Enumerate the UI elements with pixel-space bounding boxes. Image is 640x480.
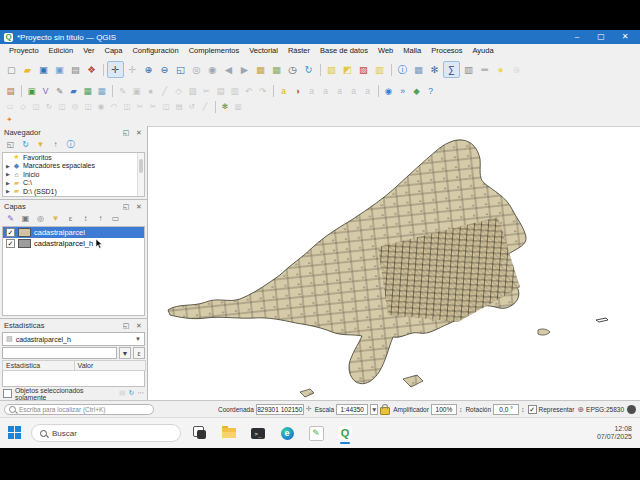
browser-filter-icon[interactable]: ▼ — [35, 140, 46, 151]
statistics-float-icon[interactable]: ◱ — [122, 321, 130, 329]
filter-by-expression-icon[interactable]: ε — [65, 214, 76, 225]
pan-to-selection-icon[interactable]: ✛ — [125, 62, 140, 77]
browser-scrollbar[interactable] — [137, 153, 144, 196]
layers-float-icon[interactable]: ◱ — [122, 202, 130, 210]
expand-all-icon[interactable]: ↕ — [80, 214, 91, 225]
save-project-as-icon[interactable]: ▣ — [52, 62, 67, 77]
taskbar-clock[interactable]: 12:08 07/07/2025 — [597, 425, 632, 441]
add-group-icon[interactable]: ▣ — [20, 214, 31, 225]
menu-malla[interactable]: Malla — [398, 46, 426, 55]
deselect-features-icon[interactable]: ▨ — [356, 62, 371, 77]
new-shapefile-layer-icon[interactable]: V — [39, 85, 52, 98]
menu-vectorial[interactable]: Vectorial — [244, 46, 283, 55]
new-project-icon[interactable]: ▢ — [4, 62, 19, 77]
field-dropdown-button[interactable]: ▼ — [119, 347, 131, 359]
menu-capa[interactable]: Capa — [99, 46, 127, 55]
selected-only-checkbox[interactable] — [3, 389, 12, 398]
browser-item-e-drive[interactable]: ▶ ▰ E:\ (SSD2) — [3, 196, 144, 198]
menu-procesos[interactable]: Procesos — [426, 46, 467, 55]
close-icon[interactable]: ✕ — [620, 32, 630, 42]
browser-item-favoritos[interactable]: ★ Favoritos — [3, 153, 144, 162]
expression-builder-button[interactable]: ε — [133, 347, 145, 359]
zoom-in-icon[interactable]: ⊕ — [141, 62, 156, 77]
map-canvas[interactable] — [148, 126, 640, 400]
browser-properties-icon[interactable]: ⓘ — [65, 140, 76, 151]
spinner-icon[interactable]: ↕ — [459, 406, 463, 413]
zoom-next-icon[interactable]: ▶ — [237, 62, 252, 77]
add-raster-layer-icon[interactable]: ▦ — [81, 85, 94, 98]
statistics-field-input[interactable] — [2, 347, 117, 359]
maximize-icon[interactable]: ▢ — [596, 32, 606, 42]
open-data-source-manager-icon[interactable]: ▤ — [4, 85, 17, 98]
messages-icon[interactable] — [627, 405, 636, 414]
processing-toolbox-icon[interactable]: ✻ — [219, 101, 231, 113]
layer-labeling-icon[interactable]: a — [277, 85, 290, 98]
coordinate-value[interactable]: 829301 102150 — [256, 404, 304, 415]
zoom-last-icon[interactable]: ◀ — [221, 62, 236, 77]
new-map-view-icon[interactable]: ▦ — [253, 62, 268, 77]
render-checkbox[interactable]: ✓ — [528, 405, 537, 414]
browser-close-icon[interactable]: ✕ — [135, 128, 143, 136]
menu-complementos[interactable]: Complementos — [184, 46, 244, 55]
zoom-to-layer-icon[interactable]: ◉ — [205, 62, 220, 77]
browser-item-c-drive[interactable]: ▶ ▰ C:\ — [3, 179, 144, 188]
help-contents-icon[interactable]: ? — [424, 85, 437, 98]
edge-button[interactable]: e — [277, 422, 297, 444]
menu-web[interactable]: Web — [373, 46, 398, 55]
editor-button[interactable]: ✎ — [306, 422, 326, 444]
menu-configuracion[interactable]: Configuración — [127, 46, 183, 55]
statistics-layer-combo[interactable]: ▧ cadastralparcel_h ▼ — [2, 332, 145, 346]
browser-add-layers-icon[interactable]: ◱ — [5, 140, 16, 151]
task-view-button[interactable] — [190, 422, 210, 444]
osgeo-plugin-icon[interactable]: ◆ — [410, 85, 423, 98]
menu-ver[interactable]: Ver — [78, 46, 99, 55]
minimize-icon[interactable]: – — [572, 32, 582, 42]
select-features-icon[interactable]: ▧ — [324, 62, 339, 77]
menu-edicion[interactable]: Edición — [44, 46, 79, 55]
layer-diagram-icon[interactable]: ◑ — [291, 85, 304, 98]
menu-base-de-datos[interactable]: Base de datos — [315, 46, 373, 55]
statistics-options-icon[interactable]: ⋯ — [137, 390, 144, 397]
layer-row-cadastralparcel[interactable]: ✓ cadastralparcel — [3, 227, 144, 238]
manage-map-themes-icon[interactable]: ◎ — [35, 214, 46, 225]
crs-value[interactable]: EPSG:25830 — [586, 406, 624, 413]
menu-proyecto[interactable]: Proyecto — [4, 46, 44, 55]
add-mesh-layer-icon[interactable]: ▦ — [95, 85, 108, 98]
processing-options-icon[interactable]: ✻ — [427, 62, 442, 77]
statistics-summary-icon[interactable]: ∑ — [443, 61, 460, 78]
open-attribute-table-icon[interactable]: ▦ — [411, 62, 426, 77]
select-by-polygon-icon[interactable]: ◩ — [340, 62, 355, 77]
file-explorer-button[interactable] — [219, 422, 239, 444]
remove-layer-icon[interactable]: ▭ — [110, 214, 121, 225]
browser-item-d-drive[interactable]: ▶ ▰ D:\ (SSD1) — [3, 187, 144, 196]
qgis-taskbar-button[interactable]: Q — [335, 422, 355, 444]
browser-item-marcadores[interactable]: ▶ ◆ Marcadores espaciales — [3, 162, 144, 171]
rotation-value[interactable]: 0,0 ° — [493, 404, 519, 415]
recalculate-statistics-icon[interactable]: ↻ — [129, 390, 135, 397]
start-button[interactable] — [8, 426, 22, 440]
refresh-map-icon[interactable]: ↻ — [301, 62, 316, 77]
browser-item-inicio[interactable]: ▶ ⌂ Inicio — [3, 170, 144, 179]
mouse-position-icon[interactable]: ✛ — [306, 405, 312, 413]
spinner-icon[interactable]: ↕ — [521, 406, 525, 413]
layers-close-icon[interactable]: ✕ — [135, 202, 143, 210]
measure-line-icon[interactable]: ═ — [477, 62, 492, 77]
zoom-to-selection-icon[interactable]: ◎ — [189, 62, 204, 77]
zoom-full-icon[interactable]: ◱ — [173, 62, 188, 77]
terminal-button[interactable]: >_ — [248, 422, 268, 444]
save-project-icon[interactable]: ▣ — [36, 62, 51, 77]
open-project-icon[interactable]: ▰ — [20, 62, 35, 77]
select-by-value-icon[interactable]: ▥ — [372, 62, 387, 77]
pan-map-icon[interactable]: ✛ — [107, 61, 124, 78]
layer-visibility-checkbox[interactable]: ✓ — [6, 228, 15, 237]
add-vector-layer-icon[interactable]: ▰ — [67, 85, 80, 98]
magnifier-value[interactable]: 100% — [431, 404, 457, 415]
filter-legend-icon[interactable]: ▼ — [50, 214, 61, 225]
scale-value[interactable]: 1:44350 — [336, 404, 368, 415]
open-layer-styling-icon[interactable]: ✎ — [5, 214, 16, 225]
lock-scale-icon[interactable] — [380, 407, 390, 415]
new-temporary-scratch-layer-icon[interactable]: ✎ — [53, 85, 66, 98]
taskbar-search[interactable]: Buscar — [31, 424, 181, 442]
georeferencer-icon[interactable]: ✦ — [4, 115, 15, 126]
style-manager-icon[interactable]: ❖ — [84, 62, 99, 77]
